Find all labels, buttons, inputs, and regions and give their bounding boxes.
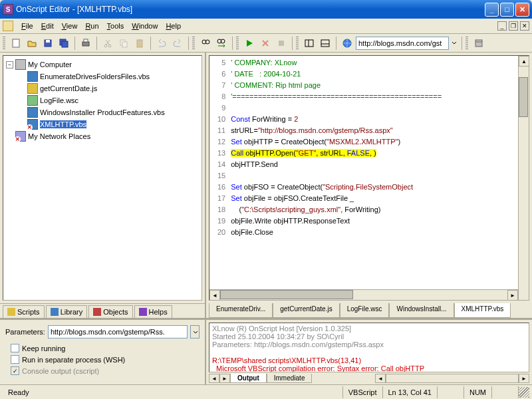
find-next-button[interactable] xyxy=(214,36,229,51)
tree-item[interactable]: XMLHTTP.vbs xyxy=(6,118,199,130)
tree-label: getCurrentDate.js xyxy=(40,84,97,92)
toolbar-grip[interactable] xyxy=(3,37,5,50)
url-input[interactable] xyxy=(356,37,449,50)
toolbar xyxy=(0,34,532,53)
toolbar-grip-5[interactable] xyxy=(466,37,468,50)
tab-objects[interactable]: Objects xyxy=(88,305,132,318)
collapse-icon[interactable]: − xyxy=(6,61,13,68)
editor-tab[interactable]: EnumerateDriv... xyxy=(209,303,273,318)
output-scroll-right-icon[interactable]: ► xyxy=(519,374,529,383)
copy-button[interactable] xyxy=(116,36,131,51)
svg-rect-12 xyxy=(138,39,141,41)
tree-label: LogFile.wsc xyxy=(40,96,78,104)
toolbar-grip-2[interactable] xyxy=(192,37,195,50)
status-message: Ready xyxy=(3,386,277,398)
minimize-button[interactable]: _ xyxy=(485,3,499,17)
scroll-thumb[interactable] xyxy=(519,77,528,117)
editor-tab[interactable]: LogFile.wsc xyxy=(340,303,390,318)
tree-item[interactable]: getCurrentDate.js xyxy=(6,82,199,94)
status-numlock: NUM xyxy=(464,386,492,398)
toggle-panel-button[interactable] xyxy=(302,36,317,51)
toggle-output-button[interactable] xyxy=(318,36,332,51)
parameters-label: Parameters: xyxy=(5,328,45,336)
menu-edit[interactable]: Edit xyxy=(37,21,58,31)
tree-item[interactable]: WindowsInstaller ProductFeatures.vbs xyxy=(6,106,199,118)
cut-button[interactable] xyxy=(100,36,115,51)
status-position: Ln 13, Col 41 xyxy=(383,386,438,398)
mdi-minimize-button[interactable]: _ xyxy=(497,21,507,31)
save-button[interactable] xyxy=(41,36,55,51)
mdi-close-button[interactable]: ✕ xyxy=(520,21,529,31)
file-icon xyxy=(27,71,38,82)
horizontal-scrollbar[interactable]: ◄ ► xyxy=(209,289,518,300)
vertical-scrollbar[interactable]: ▲ xyxy=(518,56,529,300)
tree-label: EnumerateDrivesFoldersFiles.vbs xyxy=(40,72,150,80)
output-nav-prev-button[interactable]: ◄ xyxy=(209,374,219,383)
output-content[interactable]: XLnow (R) OnScript Host [Version 1.0.325… xyxy=(209,323,529,372)
menu-help[interactable]: Help xyxy=(162,21,185,31)
output-nav-next-button[interactable]: ► xyxy=(219,374,230,383)
file-tree[interactable]: − My Computer EnumerateDrivesFoldersFile… xyxy=(3,55,202,301)
parameters-input[interactable] xyxy=(48,325,188,338)
svg-rect-2 xyxy=(46,40,50,43)
tab-library[interactable]: Library xyxy=(46,305,88,318)
menu-tools[interactable]: Tools xyxy=(103,21,128,31)
tree-item[interactable]: LogFile.wsc xyxy=(6,94,199,106)
close-button[interactable]: ✕ xyxy=(515,3,529,17)
output-scroll-left-icon[interactable]: ◄ xyxy=(375,374,386,383)
svg-rect-6 xyxy=(84,39,88,42)
tree-label: My Network Places xyxy=(28,132,90,140)
pause-button[interactable] xyxy=(274,36,289,51)
code-editor[interactable]: 567891011121314151617181920 ' COMPANY: X… xyxy=(209,55,529,301)
tree-item[interactable]: EnumerateDrivesFoldersFiles.vbs xyxy=(6,70,199,82)
editor-tab[interactable]: WindowsInstall... xyxy=(389,303,454,318)
mdi-restore-button[interactable]: ❐ xyxy=(509,21,518,31)
console-output-checkbox: ✓ xyxy=(11,366,19,375)
tree-node-my-computer[interactable]: − My Computer xyxy=(6,59,199,70)
find-button[interactable] xyxy=(198,36,213,51)
menu-file[interactable]: File xyxy=(17,21,37,31)
stop-button[interactable] xyxy=(258,36,273,51)
svg-rect-5 xyxy=(82,42,89,46)
scroll-right-icon[interactable]: ► xyxy=(507,290,518,300)
run-button[interactable] xyxy=(242,36,257,51)
maximize-button[interactable]: □ xyxy=(500,3,514,17)
resize-grip[interactable] xyxy=(519,387,529,398)
computer-icon xyxy=(15,59,26,70)
options-button[interactable] xyxy=(471,36,486,51)
tab-immediate[interactable]: Immediate xyxy=(267,374,313,383)
separate-process-checkbox[interactable] xyxy=(11,355,19,364)
file-icon xyxy=(27,119,38,130)
browser-button[interactable] xyxy=(340,36,354,51)
network-icon xyxy=(15,131,26,142)
code-content[interactable]: ' COMPANY: XLnow' DATE : 2004-10-21' COM… xyxy=(231,56,518,289)
undo-button[interactable] xyxy=(154,36,169,51)
editor-tab[interactable]: XMLHTTP.vbs xyxy=(454,303,511,318)
tab-helps[interactable]: Helps xyxy=(134,305,172,318)
console-output-label: Console output (cscript) xyxy=(22,367,99,375)
new-button[interactable] xyxy=(9,36,23,51)
paste-button[interactable] xyxy=(132,36,147,51)
scroll-up-icon[interactable]: ▲ xyxy=(519,56,529,66)
editor-tab[interactable]: getCurrentDate.js xyxy=(273,303,339,318)
print-button[interactable] xyxy=(78,36,93,51)
tree-node-network[interactable]: My Network Places xyxy=(6,130,199,142)
file-icon xyxy=(27,83,38,94)
menu-view[interactable]: View xyxy=(58,21,82,31)
url-dropdown-icon[interactable] xyxy=(450,37,458,50)
open-button[interactable] xyxy=(25,36,39,51)
keep-running-checkbox[interactable] xyxy=(11,344,19,352)
tab-output[interactable]: Output xyxy=(230,374,267,383)
menu-window[interactable]: Window xyxy=(128,21,162,31)
left-panel: − My Computer EnumerateDrivesFoldersFile… xyxy=(0,53,206,318)
params-dropdown-icon[interactable] xyxy=(190,325,200,338)
save-all-button[interactable] xyxy=(57,36,71,51)
redo-button[interactable] xyxy=(170,36,185,51)
toolbar-grip-3[interactable] xyxy=(236,37,239,50)
tab-scripts[interactable]: Scripts xyxy=(3,305,45,318)
scroll-left-icon[interactable]: ◄ xyxy=(209,290,220,300)
toolbar-grip-4[interactable] xyxy=(296,37,299,50)
output-panel: XLnow (R) OnScript Host [Version 1.0.325… xyxy=(206,320,532,384)
menu-run[interactable]: Run xyxy=(81,21,102,31)
parameters-panel: Parameters: Keep running Run in separate… xyxy=(0,320,206,384)
